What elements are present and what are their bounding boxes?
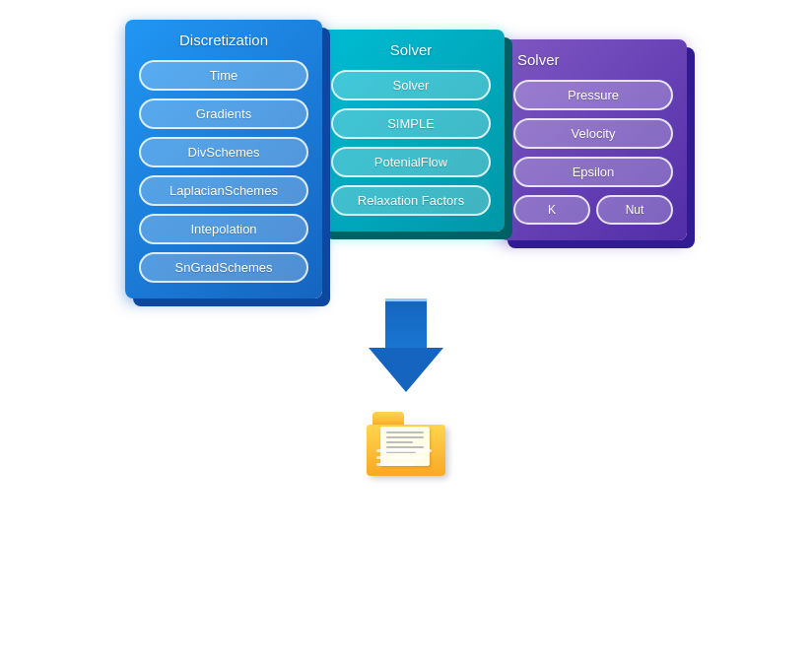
arrow-shaft [385, 298, 427, 348]
item-time: Time [139, 60, 308, 91]
solver-right-label: Solver [517, 51, 560, 68]
doc-line-4 [386, 446, 424, 448]
folder-line-2 [376, 456, 424, 459]
item-relaxation-factors: Relaxation Factors [331, 185, 491, 216]
item-gradients: Gradients [139, 99, 308, 129]
arrow-head [369, 348, 443, 392]
item-nut: Nut [596, 195, 673, 225]
items-pair-row: K Nut [513, 195, 673, 225]
discretization-label: Discretization [179, 32, 268, 48]
item-velocity: Velocity [513, 118, 673, 149]
blocks-row: Discretization Time Gradients DivSchemes… [125, 20, 687, 298]
folder-line-3 [376, 463, 416, 466]
item-simple: SIMPLE [331, 108, 491, 139]
folder-body [367, 425, 445, 476]
block-solver-right: Solver Pressure Velocity Epsilon K Nut [500, 39, 687, 240]
item-solver: Solver [331, 70, 491, 100]
item-epsilon: Epsilon [513, 157, 673, 187]
folder-line-1 [376, 449, 432, 452]
folder-icon [367, 412, 445, 476]
folder-lines [376, 449, 432, 466]
item-laplacianschemes: LaplacianSchemes [139, 175, 308, 206]
item-divschemes: DivSchemes [139, 137, 308, 167]
doc-line-3 [386, 441, 413, 443]
block-discretization: Discretization Time Gradients DivSchemes… [125, 20, 322, 298]
doc-line-2 [386, 436, 424, 438]
item-k: K [513, 195, 590, 225]
item-potenialflow: PotenialFlow [331, 147, 491, 177]
item-sngradschemes: SnGradSchemes [139, 252, 308, 283]
solver-middle-label: Solver [390, 41, 433, 58]
item-intepolation: Intepolation [139, 214, 308, 244]
item-pressure: Pressure [513, 80, 673, 110]
arrow-down [369, 298, 443, 392]
block-solver-middle: Solver Solver SIMPLE PotenialFlow Relaxa… [317, 30, 505, 232]
doc-line-1 [386, 431, 424, 433]
diagram-area: Discretization Time Gradients DivSchemes… [0, 0, 812, 476]
